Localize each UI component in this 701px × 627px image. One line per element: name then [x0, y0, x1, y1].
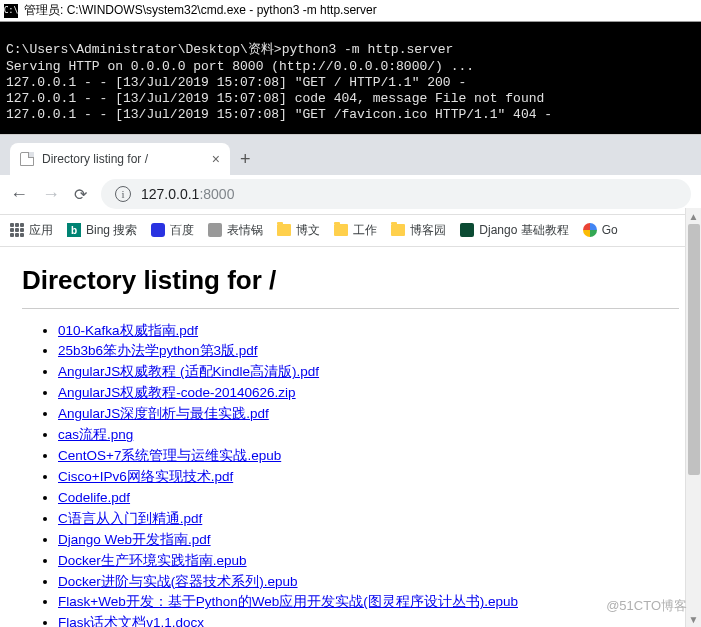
google-icon — [583, 223, 597, 237]
file-link[interactable]: AngularJS深度剖析与最佳实践.pdf — [58, 406, 269, 421]
bookmark-baidu[interactable]: 百度 — [151, 222, 194, 239]
site-info-icon[interactable]: i — [115, 186, 131, 202]
folder-icon — [277, 224, 291, 236]
bookmark-bing[interactable]: b Bing 搜索 — [67, 222, 137, 239]
list-item: Flask话术文档v1.1.docx — [58, 613, 679, 627]
forward-button[interactable]: → — [42, 184, 60, 205]
list-item: cas流程.png — [58, 425, 679, 446]
file-link[interactable]: Docker生产环境实践指南.epub — [58, 553, 247, 568]
nav-bar: ← → ⟳ i 127.0.0.1:8000 — [0, 175, 701, 215]
terminal-title: 管理员: C:\WINDOWS\system32\cmd.exe - pytho… — [24, 2, 377, 19]
bookmark-django[interactable]: Django 基础教程 — [460, 222, 568, 239]
list-item: 25b3b6笨办法学python第3版.pdf — [58, 341, 679, 362]
page-icon — [20, 152, 34, 166]
url-port: :8000 — [199, 186, 234, 202]
tab-close-button[interactable]: × — [212, 151, 220, 167]
list-item: Cisco+IPv6网络实现技术.pdf — [58, 467, 679, 488]
bookmark-gongzuo[interactable]: 工作 — [334, 222, 377, 239]
file-link[interactable]: 010-Kafka权威指南.pdf — [58, 323, 198, 338]
bookmark-bokeyuan[interactable]: 博客园 — [391, 222, 446, 239]
file-link[interactable]: Django Web开发指南.pdf — [58, 532, 211, 547]
file-list: 010-Kafka权威指南.pdf25b3b6笨办法学python第3版.pdf… — [22, 321, 679, 628]
file-link[interactable]: Codelife.pdf — [58, 490, 130, 505]
list-item: Docker生产环境实践指南.epub — [58, 551, 679, 572]
folder-icon — [391, 224, 405, 236]
file-link[interactable]: cas流程.png — [58, 427, 133, 442]
divider — [22, 308, 679, 309]
list-item: Flask+Web开发：基于Python的Web应用开发实战(图灵程序设计丛书)… — [58, 592, 679, 613]
file-link[interactable]: Cisco+IPv6网络实现技术.pdf — [58, 469, 233, 484]
apps-icon — [10, 223, 24, 237]
file-link[interactable]: Docker进阶与实战(容器技术系列).epub — [58, 574, 298, 589]
page-heading: Directory listing for / — [22, 265, 679, 296]
file-link[interactable]: CentOS+7系统管理与运维实战.epub — [58, 448, 281, 463]
terminal-titlebar[interactable]: C:\ 管理员: C:\WINDOWS\system32\cmd.exe - p… — [0, 0, 701, 22]
browser-window: Directory listing for / × + ← → ⟳ i 127.… — [0, 134, 701, 628]
bookmark-biaoqing[interactable]: 表情锅 — [208, 222, 263, 239]
page-content: Directory listing for / 010-Kafka权威指南.pd… — [0, 247, 701, 628]
cmd-icon: C:\ — [4, 4, 18, 18]
terminal-output[interactable]: C:\Users\Administrator\Desktop\资料>python… — [0, 22, 701, 134]
bookmark-bowen[interactable]: 博文 — [277, 222, 320, 239]
baidu-icon — [151, 223, 165, 237]
list-item: AngularJS权威教程-code-20140626.zip — [58, 383, 679, 404]
django-icon — [460, 223, 474, 237]
scroll-thumb[interactable] — [688, 224, 700, 475]
bookmark-go[interactable]: Go — [583, 223, 618, 237]
list-item: Docker进阶与实战(容器技术系列).epub — [58, 572, 679, 593]
favicon-icon — [208, 223, 222, 237]
list-item: Django Web开发指南.pdf — [58, 530, 679, 551]
list-item: AngularJS权威教程 (适配Kindle高清版).pdf — [58, 362, 679, 383]
scrollbar[interactable]: ▲ ▼ — [685, 208, 701, 627]
list-item: AngularJS深度剖析与最佳实践.pdf — [58, 404, 679, 425]
list-item: C语言从入门到精通.pdf — [58, 509, 679, 530]
folder-icon — [334, 224, 348, 236]
tab-bar: Directory listing for / × + — [0, 135, 701, 175]
terminal-window: C:\ 管理员: C:\WINDOWS\system32\cmd.exe - p… — [0, 0, 701, 134]
tab-active[interactable]: Directory listing for / × — [10, 143, 230, 175]
watermark: @51CTO博客 — [606, 597, 687, 615]
file-link[interactable]: 25b3b6笨办法学python第3版.pdf — [58, 343, 258, 358]
tab-title: Directory listing for / — [42, 152, 148, 166]
list-item: CentOS+7系统管理与运维实战.epub — [58, 446, 679, 467]
reload-button[interactable]: ⟳ — [74, 185, 87, 204]
url-host: 127.0.0.1 — [141, 186, 199, 202]
bookmark-apps[interactable]: 应用 — [10, 222, 53, 239]
file-link[interactable]: AngularJS权威教程-code-20140626.zip — [58, 385, 296, 400]
list-item: 010-Kafka权威指南.pdf — [58, 321, 679, 342]
back-button[interactable]: ← — [10, 184, 28, 205]
scroll-up-button[interactable]: ▲ — [686, 208, 701, 224]
bookmarks-bar: 应用 b Bing 搜索 百度 表情锅 博文 工作 博客园 Django 基础教 — [0, 215, 701, 247]
file-link[interactable]: Flask话术文档v1.1.docx — [58, 615, 204, 627]
scroll-down-button[interactable]: ▼ — [686, 611, 701, 627]
file-link[interactable]: AngularJS权威教程 (适配Kindle高清版).pdf — [58, 364, 319, 379]
address-bar[interactable]: i 127.0.0.1:8000 — [101, 179, 691, 209]
file-link[interactable]: C语言从入门到精通.pdf — [58, 511, 202, 526]
list-item: Codelife.pdf — [58, 488, 679, 509]
bing-icon: b — [67, 223, 81, 237]
file-link[interactable]: Flask+Web开发：基于Python的Web应用开发实战(图灵程序设计丛书)… — [58, 594, 518, 609]
new-tab-button[interactable]: + — [230, 145, 261, 175]
